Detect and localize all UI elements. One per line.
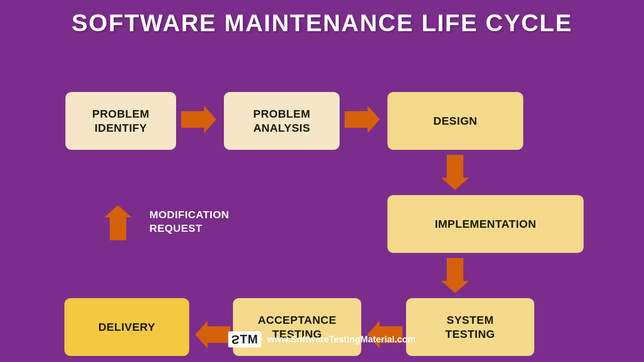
arrow-right-2 <box>345 106 380 133</box>
arrow-right-1 <box>181 106 216 133</box>
delivery-box: DELIVERY <box>64 298 189 356</box>
diagram: PROBLEM IDENTIFY PROBLEM ANALYSIS DESIGN… <box>0 42 644 353</box>
problem-analysis-box: PROBLEM ANALYSIS <box>224 92 340 150</box>
problem-identify-box: PROBLEM IDENTIFY <box>65 92 176 150</box>
page-title: SOFTWARE MAINTENANCE LIFE CYCLE <box>0 0 644 42</box>
system-testing-box: SYSTEM TESTING <box>406 298 534 356</box>
arrow-left-2 <box>195 321 230 348</box>
arrow-down-2 <box>441 258 469 293</box>
arrow-down-1 <box>441 155 469 190</box>
stm-logo: STM <box>228 331 262 347</box>
website-url: www.SoftwareTestingMaterial.com <box>267 334 416 345</box>
modification-request-label: MODIFICATION REQUEST <box>149 208 229 235</box>
footer: STM www.SoftwareTestingMaterial.com <box>228 331 416 347</box>
arrow-up-modification <box>104 205 132 240</box>
implementation-box: IMPLEMENTATION <box>387 195 584 253</box>
design-box: DESIGN <box>387 92 523 150</box>
